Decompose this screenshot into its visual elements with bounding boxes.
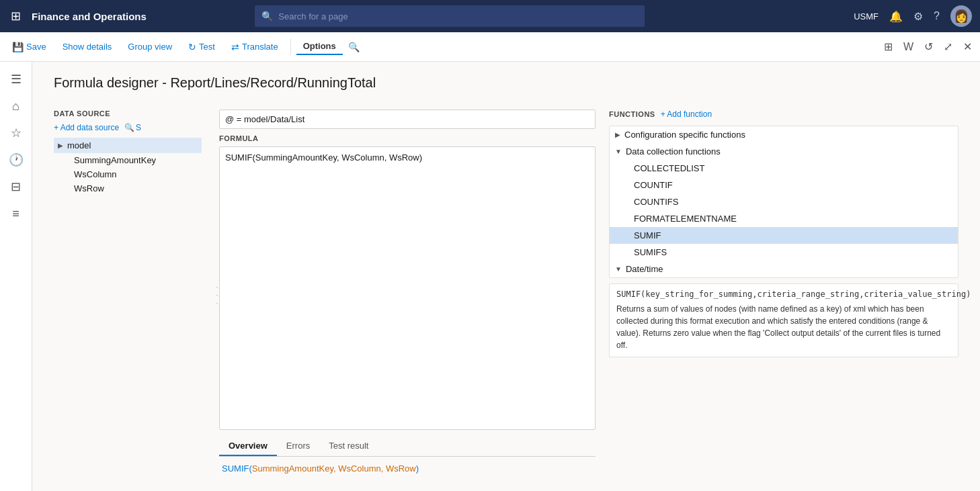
- func-collectedlist[interactable]: COLLECTEDLIST: [610, 160, 958, 177]
- sidebar-item-home[interactable]: ⌂: [4, 94, 28, 118]
- left-sidebar: ☰ ⌂ ☆ 🕐 ⊟ ≡: [0, 62, 32, 491]
- save-button[interactable]: 💾 Save: [5, 39, 53, 55]
- func-formatelementname[interactable]: FORMATELEMENTNAME: [610, 210, 958, 227]
- tree-child-wsrow[interactable]: WsRow: [70, 181, 202, 195]
- func-group-datetime-label: Date/time: [626, 264, 663, 274]
- close-icon[interactable]: ✕: [961, 38, 975, 56]
- func-group-data-label: Data collection functions: [626, 146, 721, 157]
- notification-icon[interactable]: 🔔: [889, 10, 903, 23]
- settings-icon[interactable]: ⚙: [913, 10, 923, 23]
- formula-panel: @ = model/Data/List FORMULA SUMIF(Summin…: [219, 109, 596, 480]
- formula-binding: @ = model/Data/List: [219, 109, 596, 129]
- refresh-icon[interactable]: ↺: [922, 38, 936, 56]
- expand-datetime-icon: ▼: [615, 265, 622, 273]
- func-data-collection-children: COLLECTEDLIST COUNTIF COUNTIFS FORMATELE…: [610, 160, 958, 261]
- show-details-button[interactable]: Show details: [56, 39, 119, 54]
- data-source-tree: ▶ model SummingAmountKey WsColumn WsRow: [54, 138, 202, 195]
- search-bar[interactable]: 🔍: [255, 5, 645, 27]
- tree-child-wscolumn[interactable]: WsColumn: [70, 167, 202, 181]
- avatar[interactable]: 👩: [950, 5, 972, 27]
- func-group-config-label: Configuration specific functions: [624, 130, 745, 140]
- expand-data-icon: ▼: [615, 148, 622, 155]
- tab-test-result[interactable]: Test result: [319, 437, 378, 456]
- save-icon: 💾: [12, 42, 24, 52]
- test-icon: ↻: [188, 42, 196, 52]
- func-sumif[interactable]: SUMIF: [610, 227, 958, 244]
- tree-child-summing[interactable]: SummingAmountKey: [70, 153, 202, 167]
- group-view-button[interactable]: Group view: [121, 39, 179, 54]
- toolbar-search-icon[interactable]: 🔍: [348, 42, 360, 52]
- sidebar-item-recent[interactable]: 🕐: [4, 148, 28, 172]
- personalize-icon[interactable]: ⊞: [881, 38, 895, 56]
- func-group-config[interactable]: ▶ Configuration specific functions: [610, 126, 958, 143]
- app-title: Finance and Operations: [32, 11, 147, 22]
- sidebar-item-hamburger[interactable]: ☰: [4, 67, 28, 91]
- page-title: Formula designer - Report/Lines/Record/R…: [54, 75, 958, 91]
- translate-button[interactable]: ⇄ Translate: [224, 39, 285, 55]
- user-label: USMF: [854, 11, 879, 21]
- formula-label: FORMULA: [219, 134, 596, 142]
- grid-menu-icon[interactable]: ⊞: [8, 6, 24, 26]
- help-icon[interactable]: ?: [934, 10, 940, 22]
- expand-config-icon: ▶: [615, 131, 620, 138]
- func-group-datetime[interactable]: ▼ Date/time: [610, 261, 958, 277]
- formula-input[interactable]: SUMIF(SummingAmountKey, WsColumn, WsRow): [219, 146, 596, 430]
- tab-overview[interactable]: Overview: [219, 437, 277, 456]
- func-group-data-collection[interactable]: ▼ Data collection functions: [610, 143, 958, 160]
- office-icon[interactable]: W: [901, 38, 916, 56]
- formula-preview-close: ): [416, 463, 419, 474]
- search-icon: 🔍: [261, 11, 273, 21]
- main-layout: ☰ ⌂ ☆ 🕐 ⊟ ≡ Formula designer - Report/Li…: [0, 62, 980, 491]
- func-countifs[interactable]: COUNTIFS: [610, 193, 958, 210]
- options-label: Options: [296, 38, 343, 55]
- content-area: Formula designer - Report/Lines/Record/R…: [32, 62, 980, 491]
- functions-header: FUNCTIONS + Add function: [609, 109, 958, 119]
- sidebar-item-workspace[interactable]: ⊟: [4, 175, 28, 199]
- top-nav-right: USMF 🔔 ⚙ ? 👩: [854, 5, 972, 27]
- function-signature: SUMIF(key_string_for_summing,criteria_ra…: [616, 289, 951, 299]
- tab-errors[interactable]: Errors: [277, 437, 319, 456]
- top-navigation: ⊞ Finance and Operations 🔍 USMF 🔔 ⚙ ? 👩: [0, 0, 980, 32]
- toolbar-separator: [290, 39, 291, 55]
- data-source-label: DATA SOURCE: [54, 109, 202, 118]
- sidebar-item-list[interactable]: ≡: [4, 202, 28, 226]
- toolbar: 💾 Save Show details Group view ↻ Test ⇄ …: [0, 32, 980, 62]
- formula-designer-body: DATA SOURCE + Add data source 🔍 S ▶ mode…: [32, 109, 980, 491]
- add-data-source-button[interactable]: + Add data source: [54, 123, 119, 132]
- formula-designer-header: Formula designer - Report/Lines/Record/R…: [32, 62, 980, 109]
- sidebar-item-favorites[interactable]: ☆: [4, 121, 28, 145]
- func-sumifs[interactable]: SUMIFS: [610, 244, 958, 261]
- tree-item-model[interactable]: ▶ model: [54, 138, 202, 153]
- functions-label: FUNCTIONS: [609, 110, 655, 118]
- translate-icon: ⇄: [231, 42, 239, 52]
- formula-preview-func: SUMIF(: [222, 463, 252, 474]
- bottom-tabs: Overview Errors Test result: [219, 437, 596, 457]
- tree-children: SummingAmountKey WsColumn WsRow: [54, 153, 202, 195]
- open-new-icon[interactable]: ⤢: [941, 38, 955, 56]
- func-countif[interactable]: COUNTIF: [610, 177, 958, 193]
- search-input[interactable]: [278, 11, 638, 21]
- add-function-button[interactable]: + Add function: [661, 109, 712, 119]
- functions-tree: ▶ Configuration specific functions ▼ Dat…: [609, 126, 958, 278]
- tree-expand-icon: ▶: [58, 142, 63, 149]
- function-description-area: SUMIF(key_string_for_summing,criteria_ra…: [609, 283, 958, 357]
- function-description: Returns a sum of values of nodes (with n…: [616, 303, 951, 351]
- test-button[interactable]: ↻ Test: [181, 39, 222, 55]
- data-source-toolbar: + Add data source 🔍 S: [54, 123, 202, 132]
- functions-panel: FUNCTIONS + Add function ▶ Configuration…: [609, 109, 958, 480]
- data-source-panel: DATA SOURCE + Add data source 🔍 S ▶ mode…: [54, 109, 202, 480]
- toolbar-right-actions: ⊞ W ↺ ⤢ ✕: [881, 38, 975, 56]
- bottom-content: SUMIF(SummingAmountKey, WsColumn, WsRow): [219, 457, 596, 480]
- formula-preview-args: SummingAmountKey, WsColumn, WsRow: [252, 463, 416, 474]
- search-data-source-button[interactable]: 🔍 S: [124, 123, 141, 132]
